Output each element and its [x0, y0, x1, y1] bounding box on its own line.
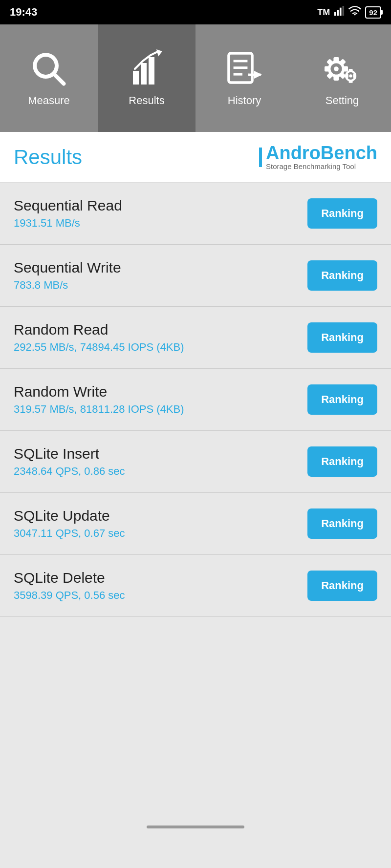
svg-rect-18 — [333, 57, 339, 62]
nav-tabs: Measure Results History — [0, 24, 391, 132]
tab-history-label: History — [228, 94, 261, 107]
wifi-icon — [348, 6, 361, 19]
tm-icon: TM — [317, 7, 330, 18]
ranking-button-6[interactable]: Ranking — [307, 571, 377, 601]
status-bar: 19:43 TM 92 — [0, 0, 391, 24]
result-value-4: 2348.64 QPS, 0.86 sec — [14, 465, 307, 478]
ranking-button-2[interactable]: Ranking — [307, 322, 377, 353]
result-name-4: SQLite Insert — [14, 445, 307, 462]
ranking-button-1[interactable]: Ranking — [307, 260, 377, 291]
result-name-0: Sequential Read — [14, 197, 307, 214]
results-list: Sequential Read 1931.51 MB/s Ranking Seq… — [0, 183, 391, 617]
result-name-6: SQLite Delete — [14, 570, 307, 586]
result-name-5: SQLite Update — [14, 508, 307, 524]
page-title: Results — [14, 146, 82, 169]
result-info-1: Sequential Write 783.8 MB/s — [14, 259, 307, 292]
svg-rect-29 — [349, 80, 353, 83]
bottom-space — [0, 617, 391, 812]
page-header: Results AndroBench Storage Benchmarking … — [0, 132, 391, 183]
ranking-button-5[interactable]: Ranking — [307, 508, 377, 539]
logo-text: AndroBench — [266, 144, 377, 162]
result-value-0: 1931.51 MB/s — [14, 217, 307, 230]
result-value-3: 319.57 MB/s, 81811.28 IOPS (4KB) — [14, 403, 307, 416]
svg-rect-31 — [353, 74, 356, 78]
svg-rect-0 — [334, 12, 336, 15]
svg-rect-3 — [343, 6, 345, 16]
svg-rect-20 — [325, 66, 329, 71]
svg-rect-23 — [339, 59, 346, 66]
logo-bar — [259, 148, 262, 167]
result-name-2: Random Read — [14, 321, 307, 338]
bottom-nav — [0, 812, 391, 842]
result-value-6: 3598.39 QPS, 0.56 sec — [14, 589, 307, 602]
setting-icon — [323, 49, 362, 88]
tab-results-label: Results — [129, 94, 164, 107]
tab-history[interactable]: History — [196, 24, 293, 132]
result-item: SQLite Delete 3598.39 QPS, 0.56 sec Rank… — [0, 555, 391, 617]
svg-rect-7 — [141, 63, 147, 85]
history-icon — [225, 49, 264, 88]
svg-rect-19 — [333, 76, 339, 81]
svg-line-5 — [54, 74, 64, 84]
logo-bench: Bench — [321, 143, 377, 163]
ranking-button-4[interactable]: Ranking — [307, 446, 377, 477]
result-value-5: 3047.11 QPS, 0.67 sec — [14, 527, 307, 540]
measure-icon — [29, 49, 68, 88]
status-icons: TM 92 — [317, 6, 381, 19]
result-item: Sequential Write 783.8 MB/s Ranking — [0, 245, 391, 307]
svg-rect-21 — [343, 66, 348, 71]
result-item: SQLite Update 3047.11 QPS, 0.67 sec Rank… — [0, 493, 391, 555]
result-info-2: Random Read 292.55 MB/s, 74894.45 IOPS (… — [14, 321, 307, 354]
svg-rect-2 — [340, 7, 342, 16]
result-info-5: SQLite Update 3047.11 QPS, 0.67 sec — [14, 508, 307, 540]
tab-setting[interactable]: Setting — [293, 24, 391, 132]
logo: AndroBench Storage Benchmarking Tool — [259, 144, 377, 170]
logo-andro: Andro — [266, 143, 321, 163]
svg-rect-22 — [326, 59, 334, 66]
svg-rect-8 — [149, 57, 154, 85]
ranking-button-0[interactable]: Ranking — [307, 198, 377, 229]
tab-results[interactable]: Results — [98, 24, 196, 132]
battery-icon: 92 — [365, 6, 381, 19]
result-value-1: 783.8 MB/s — [14, 279, 307, 292]
result-item: SQLite Insert 2348.64 QPS, 0.86 sec Rank… — [0, 431, 391, 493]
svg-rect-1 — [337, 10, 339, 16]
tab-setting-label: Setting — [326, 94, 359, 107]
result-info-3: Random Write 319.57 MB/s, 81811.28 IOPS … — [14, 383, 307, 416]
result-item: Random Write 319.57 MB/s, 81811.28 IOPS … — [0, 369, 391, 431]
svg-point-27 — [349, 74, 352, 77]
results-icon — [127, 49, 166, 88]
result-value-2: 292.55 MB/s, 74894.45 IOPS (4KB) — [14, 341, 307, 354]
svg-rect-24 — [326, 72, 334, 79]
nav-indicator — [147, 826, 244, 828]
signal-icon — [334, 6, 345, 19]
result-name-1: Sequential Write — [14, 259, 307, 276]
tab-measure[interactable]: Measure — [0, 24, 98, 132]
ranking-button-3[interactable]: Ranking — [307, 384, 377, 415]
svg-point-17 — [334, 66, 339, 71]
svg-rect-6 — [133, 71, 139, 85]
logo-subtitle: Storage Benchmarking Tool — [266, 162, 377, 170]
result-info-6: SQLite Delete 3598.39 QPS, 0.56 sec — [14, 570, 307, 602]
tab-measure-label: Measure — [28, 94, 70, 107]
svg-rect-28 — [349, 69, 353, 72]
result-item: Sequential Read 1931.51 MB/s Ranking — [0, 183, 391, 245]
result-info-0: Sequential Read 1931.51 MB/s — [14, 197, 307, 230]
result-info-4: SQLite Insert 2348.64 QPS, 0.86 sec — [14, 445, 307, 478]
svg-rect-25 — [339, 72, 346, 79]
result-name-3: Random Write — [14, 383, 307, 400]
status-time: 19:43 — [10, 6, 37, 19]
result-item: Random Read 292.55 MB/s, 74894.45 IOPS (… — [0, 307, 391, 369]
svg-rect-30 — [345, 74, 348, 78]
